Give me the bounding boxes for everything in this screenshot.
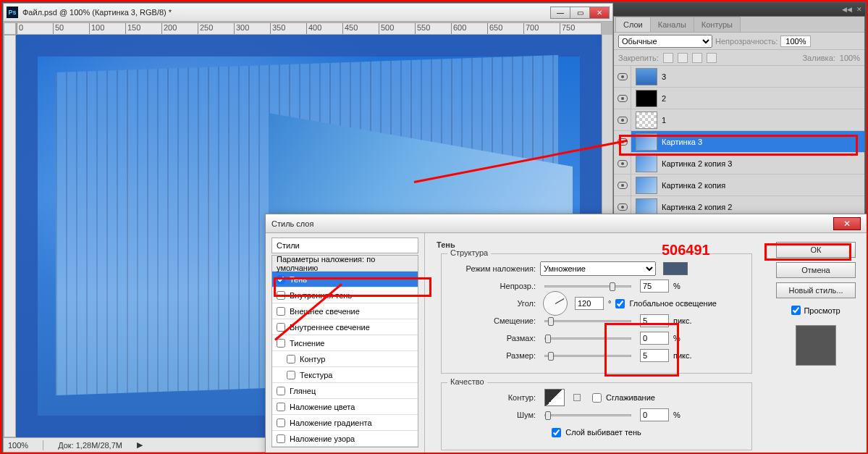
visibility-toggle[interactable] — [614, 175, 631, 196]
opacity-label2: Непрозр.: — [449, 282, 536, 290]
style-item-label: Наложение градиента — [290, 419, 372, 427]
opacity-value[interactable]: 100% — [780, 35, 811, 47]
style-item[interactable]: Текстура — [272, 367, 418, 383]
antialias-checkbox[interactable] — [592, 393, 602, 403]
structure-group: Структура Режим наложения: Умножение Неп… — [441, 253, 752, 374]
style-item[interactable]: Параметры наложения: по умолчанию — [272, 256, 418, 272]
lock-position-icon[interactable] — [692, 53, 702, 63]
knockout-checkbox[interactable] — [552, 428, 561, 437]
preview-checkbox[interactable] — [791, 306, 801, 315]
layers-tabs: Слои Каналы Контуры — [614, 17, 864, 33]
visibility-toggle[interactable] — [614, 66, 631, 88]
dialog-close-button[interactable]: ✕ — [833, 217, 861, 230]
eye-icon — [618, 95, 628, 102]
layer-row[interactable]: 1 — [614, 109, 864, 131]
tab-paths[interactable]: Контуры — [694, 17, 741, 32]
distance-slider[interactable] — [544, 320, 631, 322]
noise-slider[interactable] — [544, 414, 631, 416]
angle-input[interactable]: 120 — [575, 297, 604, 310]
fill-value[interactable]: 100% — [840, 54, 860, 62]
eye-icon — [618, 117, 628, 124]
style-checkbox[interactable] — [287, 355, 295, 363]
style-item[interactable]: Наложение узора — [272, 431, 418, 447]
style-checkbox[interactable] — [277, 403, 285, 411]
zoom-level: 100% — [8, 441, 28, 450]
style-checkbox[interactable] — [277, 387, 285, 395]
spread-slider[interactable] — [544, 337, 631, 340]
opacity-input[interactable]: 75 — [640, 279, 669, 293]
layer-thumbnail — [636, 133, 657, 151]
style-checkbox[interactable] — [277, 339, 285, 348]
lock-all-icon[interactable] — [707, 53, 717, 63]
layer-row[interactable]: 3 — [614, 66, 864, 88]
visibility-toggle[interactable] — [614, 131, 631, 153]
style-item[interactable]: Контур — [272, 351, 418, 367]
layer-row[interactable]: 2 — [614, 88, 864, 109]
contour-dropdown-icon[interactable] — [573, 394, 581, 401]
distance-input[interactable]: 5 — [640, 314, 669, 327]
layer-thumbnail — [636, 155, 657, 172]
visibility-toggle[interactable] — [614, 88, 631, 109]
shadow-color-swatch[interactable] — [663, 262, 688, 275]
style-item[interactable]: Внутренняя тень — [272, 287, 418, 303]
style-item[interactable]: Глянец — [272, 383, 418, 399]
ruler-vertical — [4, 35, 16, 437]
style-item[interactable]: Наложение градиента — [272, 415, 418, 431]
close-button[interactable]: ✕ — [589, 7, 610, 19]
visibility-toggle[interactable] — [614, 153, 631, 175]
panel-close-icon[interactable]: ✕ — [856, 6, 862, 13]
lock-pixels-icon[interactable] — [678, 53, 688, 63]
style-item[interactable]: Тень — [272, 272, 418, 287]
new-style-button[interactable]: Новый стиль... — [776, 282, 856, 298]
layer-name-label: 3 — [662, 72, 864, 81]
doc-size: Док: 1,28M/28,7M — [58, 441, 122, 450]
styles-heading: Стили — [271, 237, 418, 253]
layer-row[interactable]: Картинка 2 копия 3 — [614, 153, 864, 175]
layer-row[interactable]: Картинка 2 копия — [614, 175, 864, 196]
ok-button[interactable]: ОК — [776, 242, 856, 258]
global-light-checkbox[interactable] — [615, 299, 625, 308]
style-item[interactable]: Внешнее свечение — [272, 303, 418, 319]
layer-style-dialog: Стиль слоя ✕ Стили Параметры наложения: … — [265, 214, 867, 454]
style-checkbox[interactable] — [277, 323, 285, 332]
panel-collapse-icon[interactable]: ◀◀ — [842, 6, 852, 13]
minimize-button[interactable]: — — [550, 7, 570, 19]
tab-channels[interactable]: Каналы — [650, 17, 694, 32]
layer-name-label: Картинка 2 копия 3 — [662, 159, 864, 168]
layer-row[interactable]: Картинка 3 — [614, 131, 864, 153]
tab-layers[interactable]: Слои — [615, 17, 651, 32]
opacity-slider[interactable] — [544, 285, 631, 287]
eye-icon — [618, 160, 628, 167]
maximize-button[interactable]: ▭ — [570, 7, 590, 19]
style-checkbox[interactable] — [277, 291, 285, 300]
blend-mode-select[interactable]: Обычные — [618, 35, 712, 48]
visibility-toggle[interactable] — [614, 109, 631, 131]
layer-thumbnail — [636, 90, 657, 107]
lock-transparency-icon[interactable] — [663, 53, 673, 63]
style-checkbox[interactable] — [277, 419, 285, 427]
size-input[interactable]: 5 — [640, 349, 669, 362]
contour-picker[interactable] — [544, 389, 565, 406]
layer-name-label: 2 — [662, 94, 864, 103]
quality-group: Качество Контур: Сглаживание Шум: 0 % Сл — [441, 382, 752, 450]
style-item[interactable]: Наложение цвета — [272, 399, 418, 415]
style-checkbox[interactable] — [287, 371, 295, 379]
knockout-label: Слой выбивает тень — [565, 428, 641, 437]
eye-icon — [618, 73, 628, 80]
size-slider[interactable] — [544, 355, 631, 357]
chevron-right-icon[interactable]: ▶ — [137, 440, 143, 450]
spread-input[interactable]: 0 — [640, 332, 669, 345]
angle-dial[interactable] — [543, 291, 568, 316]
fill-label: Заливка: — [802, 54, 835, 62]
dialog-styles-list: Стили Параметры наложения: по умолчаниюТ… — [266, 233, 425, 453]
distance-label: Смещение: — [449, 316, 536, 325]
style-checkbox[interactable] — [277, 434, 285, 443]
noise-input[interactable]: 0 — [640, 408, 669, 421]
style-checkbox[interactable] — [277, 307, 285, 316]
cancel-button[interactable]: Отмена — [776, 262, 856, 278]
style-item[interactable]: Внутреннее свечение — [272, 319, 418, 335]
style-checkbox[interactable] — [277, 275, 285, 284]
blend-mode-dropdown[interactable]: Умножение — [540, 261, 656, 276]
dialog-settings: Тень Структура Режим наложения: Умножени… — [425, 233, 765, 453]
style-item[interactable]: Тиснение — [272, 335, 418, 351]
